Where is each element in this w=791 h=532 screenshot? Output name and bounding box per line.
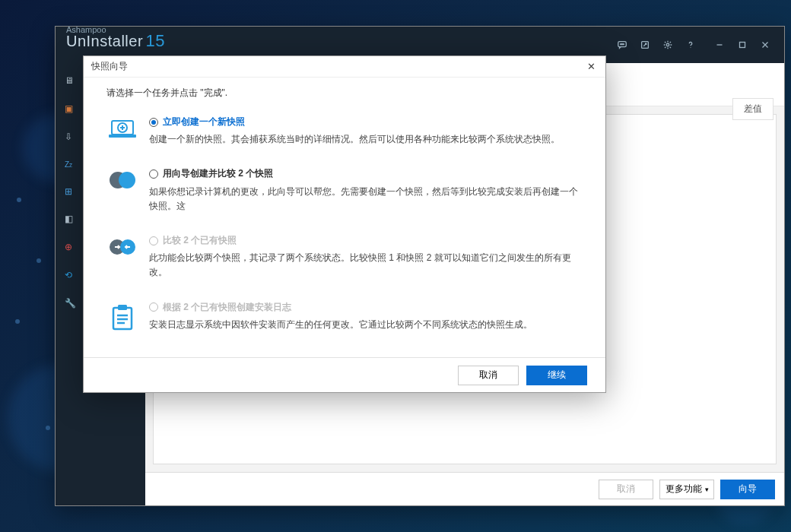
impact-icon: ◧ (65, 214, 77, 224)
wrench-icon: 🔧 (65, 298, 77, 309)
svg-point-2 (621, 44, 622, 45)
install-icon: ⇩ (65, 131, 77, 142)
maximize-button[interactable] (731, 27, 754, 63)
circles-icon (106, 166, 138, 191)
gear-icon[interactable] (656, 27, 679, 63)
svg-point-5 (666, 43, 669, 46)
chevron-down-icon: ▾ (705, 486, 709, 493)
svg-rect-15 (118, 305, 127, 310)
more-button-label: 更多功能 (666, 483, 702, 496)
option-create-snapshot[interactable]: 立即创建一个新快照 创建一个新的快照。其会捕获系统当时的详细情况。然后可以使用各… (106, 115, 583, 147)
monitor-icon: 🖥 (65, 75, 77, 86)
radio-icon (149, 302, 158, 312)
radio-icon (149, 236, 158, 245)
radio-icon (149, 118, 158, 127)
svg-rect-6 (740, 43, 745, 48)
apps-icon: ▣ (65, 103, 77, 114)
snapshot-icon: ⟲ (65, 270, 77, 280)
arrows-icon (106, 233, 138, 258)
close-button[interactable] (754, 27, 777, 63)
more-button[interactable]: 更多功能▾ (659, 480, 714, 499)
dialog-continue-button[interactable]: 继续 (526, 366, 587, 385)
windows-icon: ⊞ (65, 186, 77, 197)
speech-icon[interactable] (611, 27, 634, 63)
option-compare-wizard[interactable]: 用向导创建并比较 2 个快照 如果你想记录计算机的更改，此向导可以帮您。先需要创… (106, 166, 583, 214)
brand-version: 15 (145, 31, 164, 50)
snapshot-wizard-dialog: 快照向导 ✕ 请选择一个任务并点击 "完成". 立即创建一个新快照 创建一个新的… (83, 55, 606, 393)
option-desc: 如果你想记录计算机的更改，此向导可以帮您。先需要创建一个快照，然后等到比较完成安… (149, 185, 583, 214)
option-desc: 创建一个新的快照。其会捕获系统当时的详细情况。然后可以使用各种功能来比较两个系统… (149, 132, 583, 147)
dialog-prompt: 请选择一个任务并点击 "完成". (106, 87, 583, 100)
dialog-close-button[interactable]: ✕ (583, 59, 599, 75)
dialog-cancel-button[interactable]: 取消 (458, 366, 519, 385)
clipboard-icon (106, 300, 138, 332)
right-tab[interactable]: 差值 (732, 98, 774, 120)
option-desc: 此功能会比较两个快照，其记录了两个系统状态。比较快照 1 和快照 2 就可以知道… (149, 251, 583, 280)
option-desc: 安装日志显示系统中因软件安装而产生的任何更改。它通过比较两个不同系统状态的快照生… (149, 318, 583, 332)
dialog-footer: 取消 继续 (84, 357, 605, 392)
dialog-title: 快照向导 (91, 60, 128, 73)
external-link-icon[interactable] (634, 27, 656, 63)
globe-icon: ⊕ (65, 242, 77, 252)
option-create-log[interactable]: 根据 2 个已有快照创建安装日志 安装日志显示系统中因软件安装而产生的任何更改。… (106, 300, 583, 332)
dialog-titlebar: 快照向导 ✕ (84, 56, 605, 78)
svg-point-11 (119, 172, 135, 188)
wizard-button[interactable]: 向导 (720, 480, 775, 499)
svg-point-1 (621, 44, 621, 45)
brand-name: UnInstaller (66, 33, 143, 49)
option-compare-existing[interactable]: 比较 2 个已有快照 此功能会比较两个快照，其记录了两个系统状态。比较快照 1 … (106, 233, 583, 280)
svg-point-3 (623, 44, 624, 45)
svg-rect-8 (109, 135, 136, 138)
option-title: 用向导创建并比较 2 个快照 (163, 166, 273, 181)
help-icon[interactable] (679, 27, 702, 63)
radio-icon (149, 169, 158, 179)
option-title: 比较 2 个已有快照 (163, 233, 237, 248)
laptop-plus-icon (106, 115, 138, 141)
option-title: 根据 2 个已有快照创建安装日志 (163, 300, 291, 315)
sleep-icon: Zz (65, 160, 77, 170)
bottom-bar: 取消 更多功能▾ 向导 (145, 472, 784, 505)
option-title: 立即创建一个新快照 (163, 115, 245, 129)
cancel-button[interactable]: 取消 (599, 480, 653, 499)
minimize-button[interactable] (708, 27, 731, 63)
